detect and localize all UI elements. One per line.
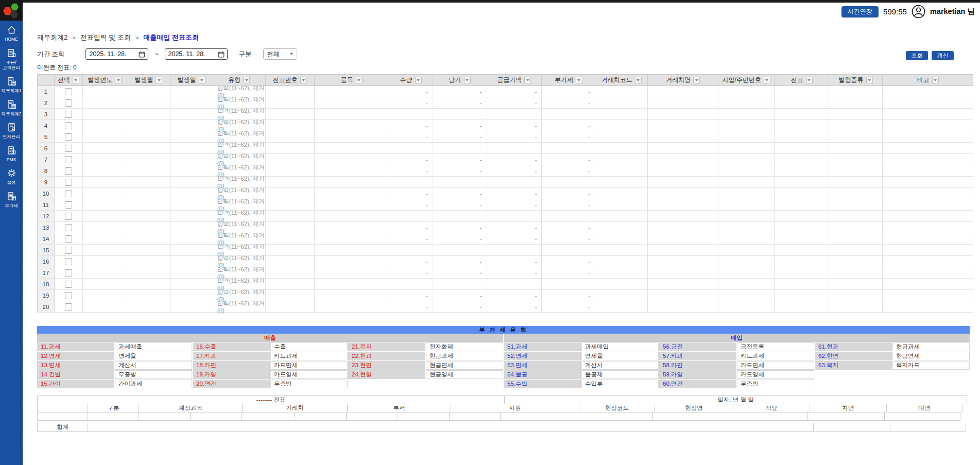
row-checkbox[interactable] — [65, 122, 72, 129]
column-header-label: 거래처명 — [666, 76, 691, 84]
column-header[interactable]: 수량 — [389, 75, 433, 85]
row-checkbox[interactable] — [65, 145, 72, 152]
row-checkbox[interactable] — [65, 235, 72, 243]
table-row[interactable]: 8입력(11~62), 제거(0)---- — [38, 165, 973, 177]
date-to-input[interactable]: 2025. 11. 28. — [165, 48, 228, 60]
filter-icon[interactable] — [524, 77, 531, 83]
row-checkbox[interactable] — [65, 213, 72, 220]
sidebar-item-home[interactable]: HOME — [0, 25, 23, 42]
filter-icon[interactable] — [866, 77, 873, 83]
table-row[interactable]: 10입력(11~62), 제거(0)---- — [38, 188, 973, 199]
row-checkbox[interactable] — [65, 88, 72, 95]
cell-단가: - — [433, 120, 487, 131]
breadcrumb-menu[interactable]: 전표입력 및 조회 — [80, 33, 131, 42]
row-checkbox[interactable] — [65, 281, 72, 288]
table-row[interactable]: 5입력(11~62), 제거(0)---- — [38, 131, 973, 143]
sidebar-item-주문-고객관리[interactable]: 주문/고객관리 — [0, 48, 23, 71]
table-row[interactable]: 7입력(11~62), 제거(0)---- — [38, 154, 973, 165]
column-header[interactable]: 유형 — [213, 75, 266, 85]
column-header[interactable]: 거래처코드 — [595, 75, 648, 85]
filter-icon[interactable] — [300, 77, 307, 83]
row-checkbox[interactable] — [65, 179, 72, 186]
filter-icon[interactable] — [156, 77, 162, 83]
table-row[interactable]: 19입력(11~62), 제거(0)---- — [38, 290, 973, 301]
row-checkbox[interactable] — [65, 247, 72, 254]
row-checkbox[interactable] — [65, 292, 72, 299]
column-header[interactable]: 발생연도 — [83, 75, 127, 85]
filter-icon[interactable] — [932, 77, 939, 83]
date-from-input[interactable]: 2025. 11. 28. — [85, 48, 148, 60]
column-header[interactable]: 공급가액 — [487, 75, 542, 85]
filter-icon[interactable] — [806, 77, 813, 83]
filter-icon[interactable] — [115, 77, 122, 83]
cell-품목 — [315, 233, 389, 244]
row-checkbox[interactable] — [65, 224, 72, 231]
table-row[interactable]: 11입력(11~62), 제거(0)---- — [38, 199, 973, 211]
column-header[interactable]: 전표 — [775, 75, 829, 85]
cell-발생연도 — [83, 143, 127, 153]
sidebar-item-재무회계1[interactable]: 재무회계1 — [0, 76, 23, 94]
column-header[interactable]: 거래처명 — [648, 75, 718, 85]
table-row[interactable]: 18입력(11~62), 제거(0)---- — [38, 279, 973, 290]
filter-icon[interactable] — [693, 77, 700, 83]
sidebar-item-부가세[interactable]: 부가세 — [0, 191, 23, 209]
sidebar-item-설정[interactable]: 설정 — [0, 168, 23, 185]
table-row[interactable]: 9입력(11~62), 제거(0)---- — [38, 177, 973, 188]
column-header[interactable]: 선택 — [55, 75, 83, 85]
table-row[interactable]: 4입력(11~62), 제거(0)---- — [38, 120, 973, 131]
row-checkbox[interactable] — [65, 201, 72, 209]
breadcrumb-module[interactable]: 재무회계2 — [37, 33, 67, 42]
table-row[interactable]: 20입력(11~62), 제거(0)---- — [38, 301, 973, 313]
sidebar-item-재무회계2[interactable]: 재무회계2 — [0, 99, 23, 117]
refresh-button[interactable]: 갱신 — [932, 51, 954, 60]
column-header[interactable]: 발생월 — [127, 75, 170, 85]
filter-icon[interactable] — [576, 77, 582, 83]
extend-time-button[interactable]: 시간연장 — [841, 6, 879, 18]
row-checkbox[interactable] — [65, 258, 72, 265]
row-number: 2 — [38, 97, 55, 108]
column-header[interactable]: 비고 — [883, 75, 973, 85]
table-row[interactable]: 3입력(11~62), 제거(0)---- — [38, 109, 973, 120]
column-header[interactable]: 발행종류 — [829, 75, 883, 85]
cell-전표번호 — [266, 131, 315, 142]
table-row[interactable]: 12입력(11~62), 제거(0)---- — [38, 211, 973, 222]
search-button[interactable]: 조회 — [906, 51, 928, 60]
row-checkbox[interactable] — [65, 303, 72, 311]
calendar-icon[interactable] — [139, 51, 145, 58]
row-checkbox[interactable] — [65, 269, 72, 277]
column-header[interactable]: 부가세 — [542, 75, 595, 85]
column-header[interactable]: 발생일 — [170, 75, 213, 85]
filter-icon[interactable] — [199, 77, 205, 83]
row-checkbox[interactable] — [65, 190, 72, 197]
table-row[interactable]: 15입력(11~62), 제거(0)---- — [38, 245, 973, 256]
category-select[interactable]: 전체 — [263, 48, 297, 60]
table-row[interactable]: 6입력(11~62), 제거(0)---- — [38, 143, 973, 154]
row-checkbox[interactable] — [65, 111, 72, 118]
table-row[interactable]: 14입력(11~62), 제거(0)---- — [38, 233, 973, 245]
sidebar-item-인사관리[interactable]: 인사관리 — [0, 122, 23, 140]
filter-icon[interactable] — [764, 77, 770, 83]
row-checkbox[interactable] — [65, 133, 72, 141]
app-logo[interactable] — [0, 0, 23, 21]
column-header[interactable]: 사업/주민번호 — [718, 75, 775, 85]
filter-icon[interactable] — [415, 77, 422, 83]
table-row[interactable]: 16입력(11~62), 제거(0)---- — [38, 256, 973, 267]
sidebar-item-pms[interactable]: PMS — [0, 145, 23, 163]
table-row[interactable]: 1입력(11~62), 제거(0)---- — [38, 86, 973, 97]
filter-icon[interactable] — [243, 77, 250, 83]
table-row[interactable]: 13입력(11~62), 제거(0)---- — [38, 222, 973, 233]
row-checkbox[interactable] — [65, 99, 72, 107]
column-header[interactable]: 단가 — [433, 75, 487, 85]
avatar[interactable] — [912, 5, 925, 19]
filter-icon[interactable] — [635, 77, 642, 83]
filter-icon[interactable] — [356, 77, 363, 83]
column-header[interactable]: 품목 — [315, 75, 389, 85]
filter-icon[interactable] — [464, 77, 471, 83]
table-row[interactable]: 2입력(11~62), 제거(0)---- — [38, 97, 973, 109]
row-checkbox[interactable] — [65, 156, 72, 163]
table-row[interactable]: 17입력(11~62), 제거(0)---- — [38, 267, 973, 279]
column-header[interactable]: 전표번호 — [266, 75, 315, 85]
filter-icon[interactable] — [73, 77, 79, 83]
calendar-icon[interactable] — [218, 51, 225, 58]
row-checkbox[interactable] — [65, 167, 72, 175]
